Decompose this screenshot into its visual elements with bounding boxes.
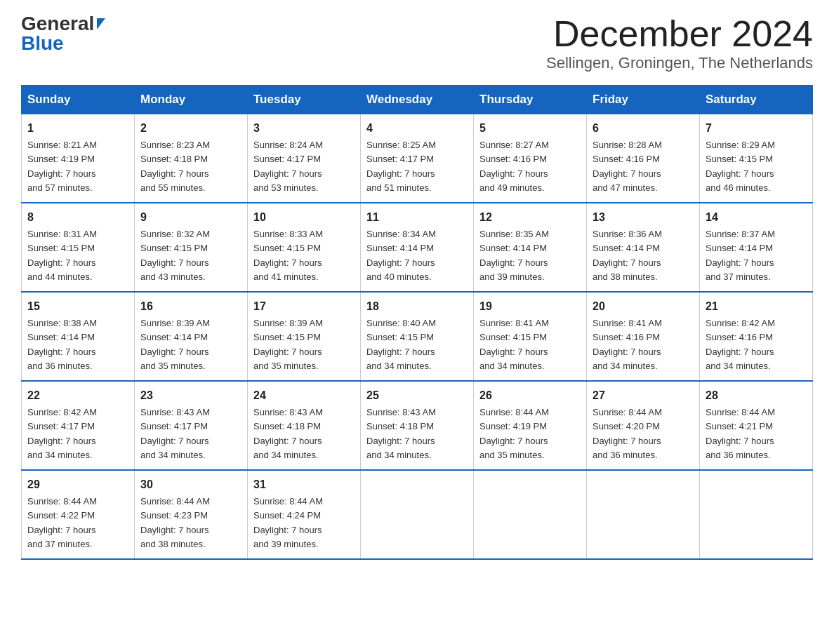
day-number: 1 xyxy=(27,120,128,137)
calendar-cell: 15 Sunrise: 8:38 AMSunset: 4:14 PMDaylig… xyxy=(22,292,135,381)
calendar-week-1: 1 Sunrise: 8:21 AMSunset: 4:19 PMDayligh… xyxy=(22,114,813,203)
calendar-table: SundayMondayTuesdayWednesdayThursdayFrid… xyxy=(21,85,813,560)
day-info: Sunrise: 8:36 AMSunset: 4:14 PMDaylight:… xyxy=(593,229,662,282)
header-wednesday: Wednesday xyxy=(361,86,474,114)
day-number: 17 xyxy=(253,298,355,315)
header-friday: Friday xyxy=(587,86,700,114)
day-info: Sunrise: 8:44 AMSunset: 4:20 PMDaylight:… xyxy=(593,407,662,460)
header-thursday: Thursday xyxy=(474,86,587,114)
calendar-cell: 7 Sunrise: 8:29 AMSunset: 4:15 PMDayligh… xyxy=(700,114,813,203)
day-info: Sunrise: 8:44 AMSunset: 4:19 PMDaylight:… xyxy=(479,407,549,460)
day-number: 31 xyxy=(253,476,355,493)
day-number: 9 xyxy=(140,209,241,226)
calendar-cell: 29 Sunrise: 8:44 AMSunset: 4:22 PMDaylig… xyxy=(22,470,135,559)
calendar-cell: 17 Sunrise: 8:39 AMSunset: 4:15 PMDaylig… xyxy=(248,292,361,381)
day-number: 20 xyxy=(593,298,694,315)
day-number: 23 xyxy=(140,387,241,404)
calendar-cell xyxy=(474,470,587,559)
day-info: Sunrise: 8:35 AMSunset: 4:14 PMDaylight:… xyxy=(479,229,549,282)
calendar-cell: 3 Sunrise: 8:24 AMSunset: 4:17 PMDayligh… xyxy=(248,114,361,203)
calendar-week-4: 22 Sunrise: 8:42 AMSunset: 4:17 PMDaylig… xyxy=(22,381,813,470)
calendar-cell: 12 Sunrise: 8:35 AMSunset: 4:14 PMDaylig… xyxy=(474,203,587,292)
calendar-cell: 18 Sunrise: 8:40 AMSunset: 4:15 PMDaylig… xyxy=(361,292,474,381)
calendar-cell: 8 Sunrise: 8:31 AMSunset: 4:15 PMDayligh… xyxy=(22,203,135,292)
day-info: Sunrise: 8:43 AMSunset: 4:17 PMDaylight:… xyxy=(140,407,210,460)
calendar-cell: 13 Sunrise: 8:36 AMSunset: 4:14 PMDaylig… xyxy=(587,203,700,292)
title-block: December 2024 Sellingen, Groningen, The … xyxy=(546,14,813,72)
day-info: Sunrise: 8:44 AMSunset: 4:23 PMDaylight:… xyxy=(140,496,210,549)
logo-blue-text: Blue xyxy=(21,34,64,53)
logo-triangle-icon xyxy=(97,18,105,29)
day-info: Sunrise: 8:43 AMSunset: 4:18 PMDaylight:… xyxy=(253,407,323,460)
day-info: Sunrise: 8:25 AMSunset: 4:17 PMDaylight:… xyxy=(366,140,436,193)
day-number: 19 xyxy=(479,298,581,315)
day-info: Sunrise: 8:27 AMSunset: 4:16 PMDaylight:… xyxy=(479,140,549,193)
calendar-cell: 21 Sunrise: 8:42 AMSunset: 4:16 PMDaylig… xyxy=(700,292,813,381)
day-number: 7 xyxy=(706,120,807,137)
day-info: Sunrise: 8:21 AMSunset: 4:19 PMDaylight:… xyxy=(27,140,97,193)
day-number: 5 xyxy=(479,120,581,137)
location-title: Sellingen, Groningen, The Netherlands xyxy=(546,54,813,72)
page-header: General Blue December 2024 Sellingen, Gr… xyxy=(21,14,813,72)
day-info: Sunrise: 8:28 AMSunset: 4:16 PMDaylight:… xyxy=(593,140,662,193)
day-info: Sunrise: 8:29 AMSunset: 4:15 PMDaylight:… xyxy=(706,140,775,193)
calendar-cell: 25 Sunrise: 8:43 AMSunset: 4:18 PMDaylig… xyxy=(361,381,474,470)
day-number: 6 xyxy=(593,120,694,137)
calendar-week-5: 29 Sunrise: 8:44 AMSunset: 4:22 PMDaylig… xyxy=(22,470,813,559)
header-tuesday: Tuesday xyxy=(248,86,361,114)
day-info: Sunrise: 8:41 AMSunset: 4:15 PMDaylight:… xyxy=(479,318,549,371)
day-number: 29 xyxy=(27,476,128,493)
day-number: 18 xyxy=(366,298,468,315)
day-info: Sunrise: 8:23 AMSunset: 4:18 PMDaylight:… xyxy=(140,140,210,193)
calendar-cell xyxy=(361,470,474,559)
calendar-cell: 19 Sunrise: 8:41 AMSunset: 4:15 PMDaylig… xyxy=(474,292,587,381)
calendar-cell: 28 Sunrise: 8:44 AMSunset: 4:21 PMDaylig… xyxy=(700,381,813,470)
day-number: 13 xyxy=(593,209,694,226)
calendar-cell: 6 Sunrise: 8:28 AMSunset: 4:16 PMDayligh… xyxy=(587,114,700,203)
calendar-cell: 2 Sunrise: 8:23 AMSunset: 4:18 PMDayligh… xyxy=(135,114,248,203)
day-number: 26 xyxy=(479,387,581,404)
calendar-cell: 14 Sunrise: 8:37 AMSunset: 4:14 PMDaylig… xyxy=(700,203,813,292)
header-saturday: Saturday xyxy=(700,86,813,114)
day-info: Sunrise: 8:44 AMSunset: 4:24 PMDaylight:… xyxy=(253,496,323,549)
calendar-cell xyxy=(700,470,813,559)
logo-general-text: General xyxy=(21,14,94,34)
day-info: Sunrise: 8:39 AMSunset: 4:14 PMDaylight:… xyxy=(140,318,210,371)
day-number: 21 xyxy=(706,298,807,315)
day-number: 10 xyxy=(253,209,355,226)
day-number: 2 xyxy=(140,120,241,137)
calendar-cell: 5 Sunrise: 8:27 AMSunset: 4:16 PMDayligh… xyxy=(474,114,587,203)
day-number: 12 xyxy=(479,209,581,226)
day-number: 3 xyxy=(253,120,355,137)
day-info: Sunrise: 8:41 AMSunset: 4:16 PMDaylight:… xyxy=(593,318,662,371)
calendar-cell: 10 Sunrise: 8:33 AMSunset: 4:15 PMDaylig… xyxy=(248,203,361,292)
calendar-cell: 23 Sunrise: 8:43 AMSunset: 4:17 PMDaylig… xyxy=(135,381,248,470)
calendar-cell: 4 Sunrise: 8:25 AMSunset: 4:17 PMDayligh… xyxy=(361,114,474,203)
day-number: 22 xyxy=(27,387,128,404)
header-monday: Monday xyxy=(135,86,248,114)
calendar-cell: 24 Sunrise: 8:43 AMSunset: 4:18 PMDaylig… xyxy=(248,381,361,470)
calendar-cell: 30 Sunrise: 8:44 AMSunset: 4:23 PMDaylig… xyxy=(135,470,248,559)
day-number: 27 xyxy=(593,387,694,404)
day-info: Sunrise: 8:44 AMSunset: 4:21 PMDaylight:… xyxy=(706,407,775,460)
day-info: Sunrise: 8:42 AMSunset: 4:16 PMDaylight:… xyxy=(706,318,775,371)
month-title: December 2024 xyxy=(546,14,813,54)
day-number: 8 xyxy=(27,209,128,226)
calendar-cell: 26 Sunrise: 8:44 AMSunset: 4:19 PMDaylig… xyxy=(474,381,587,470)
calendar-cell: 9 Sunrise: 8:32 AMSunset: 4:15 PMDayligh… xyxy=(135,203,248,292)
day-number: 28 xyxy=(706,387,807,404)
day-number: 15 xyxy=(27,298,128,315)
day-number: 11 xyxy=(366,209,468,226)
calendar-cell: 22 Sunrise: 8:42 AMSunset: 4:17 PMDaylig… xyxy=(22,381,135,470)
day-info: Sunrise: 8:40 AMSunset: 4:15 PMDaylight:… xyxy=(366,318,436,371)
day-info: Sunrise: 8:38 AMSunset: 4:14 PMDaylight:… xyxy=(27,318,97,371)
day-info: Sunrise: 8:31 AMSunset: 4:15 PMDaylight:… xyxy=(27,229,97,282)
day-info: Sunrise: 8:39 AMSunset: 4:15 PMDaylight:… xyxy=(253,318,323,371)
day-info: Sunrise: 8:32 AMSunset: 4:15 PMDaylight:… xyxy=(140,229,210,282)
day-number: 25 xyxy=(366,387,468,404)
day-info: Sunrise: 8:34 AMSunset: 4:14 PMDaylight:… xyxy=(366,229,436,282)
day-info: Sunrise: 8:44 AMSunset: 4:22 PMDaylight:… xyxy=(27,496,97,549)
calendar-cell: 16 Sunrise: 8:39 AMSunset: 4:14 PMDaylig… xyxy=(135,292,248,381)
calendar-week-3: 15 Sunrise: 8:38 AMSunset: 4:14 PMDaylig… xyxy=(22,292,813,381)
calendar-cell: 20 Sunrise: 8:41 AMSunset: 4:16 PMDaylig… xyxy=(587,292,700,381)
